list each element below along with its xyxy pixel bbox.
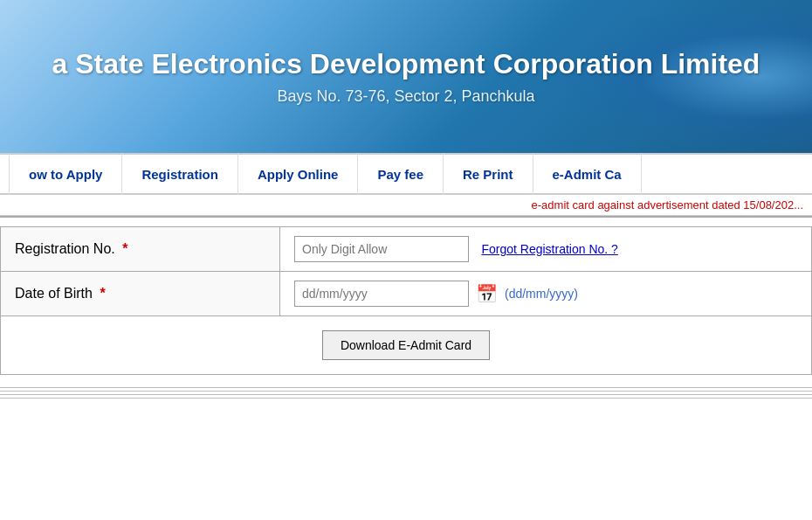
bottom-lines <box>0 387 812 399</box>
form-table: Registration No. * Forgot Registration N… <box>0 226 812 316</box>
notice-bar: e-admit card against advertisement dated… <box>0 195 812 216</box>
registration-required: * <box>122 241 127 256</box>
calendar-icon[interactable]: 📅 <box>476 283 498 304</box>
forgot-registration-link[interactable]: Forgot Registration No. ? <box>481 242 617 256</box>
form-area: Registration No. * Forgot Registration N… <box>0 218 812 384</box>
header-subtitle: Bays No. 73-76, Sector 2, Panchkula <box>277 87 534 106</box>
registration-input[interactable] <box>294 236 469 262</box>
nav-how-to-apply[interactable]: ow to Apply <box>9 153 122 195</box>
dob-format-text: (dd/mm/yyyy) <box>505 287 578 301</box>
dob-label-cell: Date of Birth * <box>1 272 280 316</box>
button-area: Download E-Admit Card <box>0 316 812 375</box>
dob-required: * <box>100 286 105 301</box>
navbar: ow to Apply Registration Apply Online Pa… <box>0 153 812 195</box>
nav-registration[interactable]: Registration <box>122 153 238 195</box>
notice-text: e-admit card against advertisement dated… <box>532 198 803 211</box>
registration-label-cell: Registration No. * <box>1 227 280 272</box>
registration-input-cell: Forgot Registration No. ? <box>280 227 812 272</box>
page-header: a State Electronics Development Corporat… <box>0 0 812 153</box>
dob-cell-container: 📅 (dd/mm/yyyy) <box>294 281 797 307</box>
registration-row: Registration No. * Forgot Registration N… <box>1 227 812 272</box>
registration-label: Registration No. <box>15 241 115 256</box>
dob-input-cell: 📅 (dd/mm/yyyy) <box>280 272 812 316</box>
dob-row: Date of Birth * 📅 (dd/mm/yyyy) <box>1 272 812 316</box>
nav-pay-fee[interactable]: Pay fee <box>358 153 444 195</box>
dob-label: Date of Birth <box>15 286 93 301</box>
download-button[interactable]: Download E-Admit Card <box>322 330 490 360</box>
nav-apply-online[interactable]: Apply Online <box>238 153 359 195</box>
nav-e-admit-card[interactable]: e-Admit Ca <box>533 153 642 195</box>
nav-re-print[interactable]: Re Print <box>444 153 533 195</box>
dob-input[interactable] <box>294 281 469 307</box>
header-title: a State Electronics Development Corporat… <box>52 48 760 80</box>
